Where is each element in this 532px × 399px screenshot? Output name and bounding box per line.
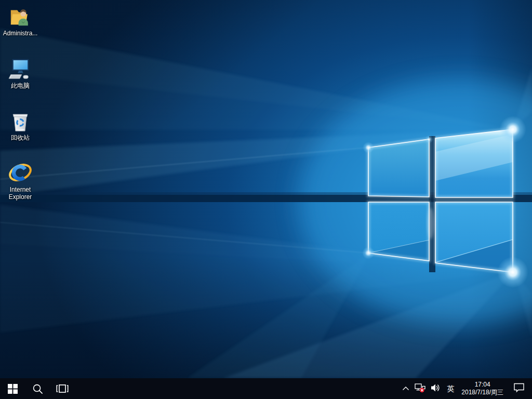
windows-desktop: Administra... 此电 <box>0 0 532 399</box>
task-view-button[interactable] <box>50 378 75 399</box>
desktop-icon-label: 回收站 <box>11 134 30 141</box>
chevron-up-icon <box>402 385 409 393</box>
network-status-button[interactable] <box>412 378 428 399</box>
action-center-button[interactable] <box>508 378 530 399</box>
taskbar-clock[interactable]: 17:04 2018/7/18/周三 <box>457 378 508 399</box>
language-indicator[interactable]: 英 <box>444 378 457 399</box>
speaker-icon <box>431 383 441 394</box>
network-disconnected-icon <box>415 383 425 394</box>
user-folder-icon <box>8 5 32 29</box>
volume-button[interactable] <box>428 378 444 399</box>
taskbar: 英 17:04 2018/7/18/周三 <box>0 378 532 399</box>
recycle-bin-icon <box>8 109 32 133</box>
search-button[interactable] <box>25 378 50 399</box>
hidden-icons-chevron-button[interactable] <box>400 378 412 399</box>
task-view-icon <box>56 383 69 394</box>
start-button[interactable] <box>0 378 25 399</box>
desktop-icon-label: Internet Explorer <box>1 186 39 201</box>
desktop-icon-recycle-bin[interactable]: 回收站 <box>1 109 39 141</box>
desktop-icon-administrator[interactable]: Administra... <box>1 5 39 37</box>
desktop-icon-label: Administra... <box>3 30 38 37</box>
windows-logo-icon <box>8 384 18 394</box>
desktop-icon-label: 此电脑 <box>11 82 30 89</box>
system-tray: 英 17:04 2018/7/18/周三 <box>400 378 532 399</box>
clock-date: 2018/7/18/周三 <box>461 389 503 396</box>
search-icon <box>32 383 43 394</box>
desktop-icon-internet-explorer[interactable]: Internet Explorer <box>1 159 39 201</box>
wallpaper-windows-hero <box>0 0 532 378</box>
action-center-icon <box>513 383 525 394</box>
clock-time: 17:04 <box>475 381 490 389</box>
desktop-icon-this-pc[interactable]: 此电脑 <box>1 57 39 89</box>
internet-explorer-icon <box>7 159 33 185</box>
this-pc-icon <box>8 57 32 81</box>
